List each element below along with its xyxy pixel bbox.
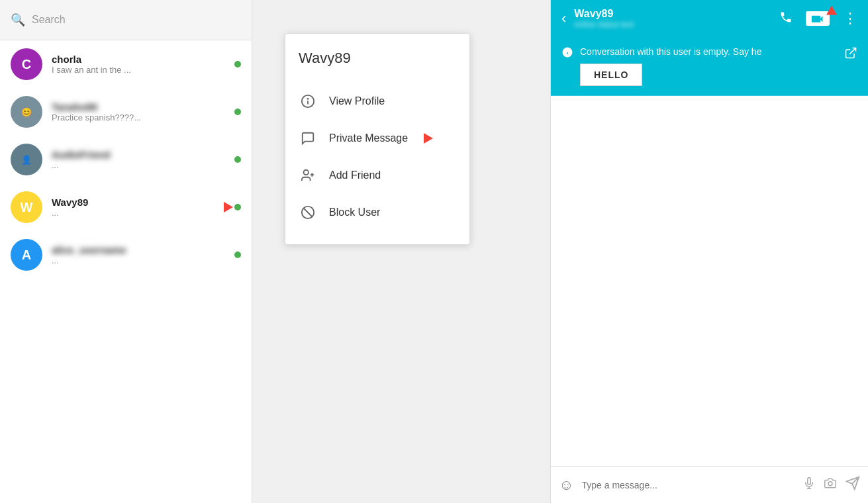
avatar: 😊 xyxy=(11,96,42,128)
contact-info: Tanaho89 Practice spanish????... xyxy=(52,101,241,122)
avatar: C xyxy=(11,48,42,80)
chat-header: ‹ Wavy89 online status text ⋮ xyxy=(551,0,868,37)
contact-info: alice_username ... xyxy=(52,244,241,265)
chat-contact-name: Wavy89 xyxy=(574,8,771,20)
cursor-arrow xyxy=(224,202,233,212)
chat-header-actions: ⋮ xyxy=(779,10,857,27)
contact-info: chorla I saw an ant in the ... xyxy=(52,54,241,75)
block-icon xyxy=(299,203,317,222)
contact-list: C chorla I saw an ant in the ... 😊 Tanah… xyxy=(0,40,252,503)
contact-name: AudioFriend xyxy=(52,149,241,160)
contact-info: Wavy89 ... xyxy=(52,197,241,218)
online-indicator xyxy=(234,109,241,115)
svg-point-3 xyxy=(304,170,309,175)
message-input[interactable] xyxy=(581,480,795,490)
add-friend-label: Add Friend xyxy=(329,169,381,181)
svg-line-11 xyxy=(849,48,855,54)
contact-preview: ... xyxy=(52,208,241,218)
sidebar: 🔍 Search C chorla I saw an ant in the ..… xyxy=(0,0,252,503)
add-friend-icon xyxy=(299,166,317,185)
info-icon xyxy=(561,46,573,62)
send-icon[interactable] xyxy=(845,476,860,494)
contact-name: chorla xyxy=(52,54,241,65)
view-profile-label: View Profile xyxy=(329,95,385,107)
back-button[interactable]: ‹ xyxy=(561,10,566,27)
context-menu-title: Wavy89 xyxy=(299,50,456,67)
contact-preview: Practice spanish????... xyxy=(52,113,241,122)
list-item[interactable]: C chorla I saw an ant in the ... xyxy=(0,40,252,88)
contact-preview: ... xyxy=(52,160,241,170)
search-bar[interactable]: 🔍 Search xyxy=(0,0,252,40)
online-indicator xyxy=(234,252,241,258)
svg-point-14 xyxy=(828,482,832,486)
block-user-label: Block User xyxy=(329,206,380,218)
message-icon xyxy=(299,129,317,148)
more-options-icon[interactable]: ⋮ xyxy=(843,10,857,27)
microphone-icon[interactable] xyxy=(803,476,815,494)
add-friend-item[interactable]: Add Friend xyxy=(299,157,456,194)
contact-name: alice_username xyxy=(52,244,241,255)
notification-content: Conversation with this user is empty. Sa… xyxy=(580,46,838,86)
search-icon: 🔍 xyxy=(11,13,25,27)
chat-panel: ‹ Wavy89 online status text ⋮ xyxy=(550,0,868,503)
list-item[interactable]: W Wavy89 ... xyxy=(0,183,252,231)
view-profile-item[interactable]: View Profile xyxy=(299,83,456,120)
private-message-item[interactable]: Private Message xyxy=(299,120,456,157)
contact-preview: ... xyxy=(52,255,241,265)
contact-name: Tanaho89 xyxy=(52,101,241,113)
online-indicator xyxy=(234,156,241,163)
svg-line-7 xyxy=(304,208,313,217)
chat-input-bar: ☺ xyxy=(551,466,868,503)
notification-text: Conversation with this user is empty. Sa… xyxy=(580,46,838,57)
list-item[interactable]: A alice_username ... xyxy=(0,231,252,279)
avatar: 👤 xyxy=(11,144,42,175)
cursor-arrow-menu xyxy=(424,133,433,144)
search-label: Search xyxy=(32,14,66,26)
hello-button[interactable]: HELLO xyxy=(580,64,642,86)
chat-notification-banner: Conversation with this user is empty. Sa… xyxy=(551,37,868,96)
context-menu: Wavy89 View Profile Private Message xyxy=(285,33,470,245)
list-item[interactable]: 😊 Tanaho89 Practice spanish????... xyxy=(0,88,252,136)
list-item[interactable]: 👤 AudioFriend ... xyxy=(0,136,252,183)
camera-icon[interactable] xyxy=(823,477,838,492)
phone-icon[interactable] xyxy=(779,11,793,27)
chat-header-info: Wavy89 online status text xyxy=(574,8,771,29)
avatar: W xyxy=(11,191,42,223)
block-user-item[interactable]: Block User xyxy=(299,194,456,231)
avatar: A xyxy=(11,239,42,271)
contact-name: Wavy89 xyxy=(52,197,241,208)
info-icon xyxy=(299,92,317,111)
chat-contact-status: online status text xyxy=(574,20,771,29)
contact-preview: I saw an ant in the ... xyxy=(52,65,241,75)
video-call-icon[interactable] xyxy=(806,11,830,26)
emoji-icon[interactable]: ☺ xyxy=(559,477,573,494)
online-indicator xyxy=(234,204,241,210)
cursor-video-arrow xyxy=(826,6,840,20)
online-indicator xyxy=(234,61,241,68)
chat-messages-area[interactable] xyxy=(551,96,868,466)
private-message-label: Private Message xyxy=(329,132,408,144)
open-chat-icon[interactable] xyxy=(844,46,857,63)
contact-info: AudioFriend ... xyxy=(52,149,241,170)
